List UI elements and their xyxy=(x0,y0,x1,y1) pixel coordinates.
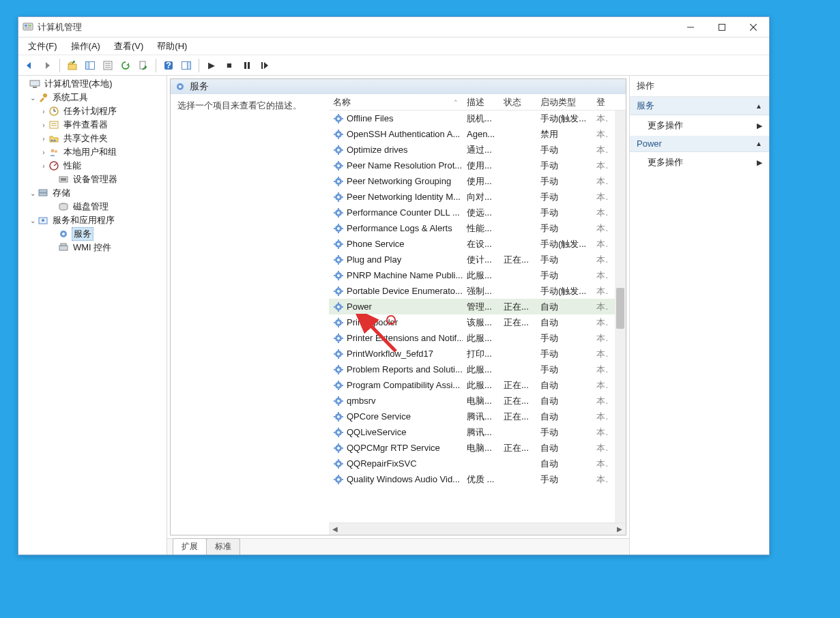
service-row[interactable]: OpenSSH Authentication A...Agen...禁用本 xyxy=(329,126,626,142)
expander-icon[interactable]: › xyxy=(39,149,48,156)
tree-pane[interactable]: 计算机管理(本地) ⌄ 系统工具 › 任务计划程序 › 事件查看器 › 共享文件… xyxy=(18,76,167,555)
horizontal-scrollbar[interactable]: ◀ ▶ xyxy=(329,523,626,535)
forward-button[interactable] xyxy=(39,57,55,74)
menu-action[interactable]: 操作(A) xyxy=(64,38,107,55)
service-row[interactable]: Performance Logs & Alerts性能...手动本 xyxy=(329,220,626,236)
maximize-button[interactable] xyxy=(706,18,738,37)
tree-services-apps[interactable]: ⌄ 服务和应用程序 xyxy=(18,214,166,227)
service-row[interactable]: PrintWorkflow_5efd17打印...手动本 xyxy=(329,346,626,362)
svg-point-118 xyxy=(337,290,340,293)
export-button[interactable] xyxy=(135,57,151,74)
svg-rect-22 xyxy=(261,62,263,69)
minimize-button[interactable] xyxy=(675,18,706,37)
service-row[interactable]: Optimize drives通过...手动本 xyxy=(329,142,626,158)
vertical-scrollbar[interactable] xyxy=(615,111,626,523)
service-row[interactable]: QQPCMgr RTP Service电脑...正在...自动本 xyxy=(329,440,626,456)
expander-icon[interactable]: ⌄ xyxy=(28,217,38,224)
action-section-services[interactable]: 服务 ▲ xyxy=(630,97,769,115)
tree-task-scheduler[interactable]: › 任务计划程序 xyxy=(18,104,166,118)
menu-help[interactable]: 帮助(H) xyxy=(150,38,194,55)
service-row[interactable]: Peer Networking Identity M...向对...手动本 xyxy=(329,189,626,205)
service-row[interactable]: Phone Service在设...手动(触发...本 xyxy=(329,236,626,252)
up-button[interactable] xyxy=(64,57,81,74)
pause-service-button[interactable] xyxy=(239,57,255,74)
service-row[interactable]: Print Spooler该服...正在...自动本 xyxy=(329,314,626,330)
svg-point-184 xyxy=(337,462,340,465)
menu-view[interactable]: 查看(V) xyxy=(107,38,150,55)
tree-wmi[interactable]: WMI 控件 xyxy=(18,241,166,254)
action-more-power[interactable]: 更多操作 ▶ xyxy=(630,152,769,173)
scrollbar-thumb[interactable] xyxy=(616,288,624,329)
expander-icon[interactable]: ⌄ xyxy=(28,94,38,102)
service-row[interactable]: qmbsrv电脑...正在...自动本 xyxy=(329,393,626,409)
cell-name: Phone Service xyxy=(329,239,463,250)
service-row[interactable]: Problem Reports and Soluti...此服...手动本 xyxy=(329,362,626,377)
expander-icon[interactable]: › xyxy=(39,135,48,143)
action-more-services[interactable]: 更多操作 ▶ xyxy=(630,115,769,136)
service-description: 选择一个项目来查看它的描述。 xyxy=(171,94,329,535)
tree-shared-folders[interactable]: › 共享文件夹 xyxy=(18,132,166,145)
tree-performance[interactable]: › 性能 xyxy=(18,159,166,173)
col-startup[interactable]: 启动类型 xyxy=(536,94,592,110)
cell-name: OpenSSH Authentication A... xyxy=(329,129,463,140)
cell-logon: 本 xyxy=(592,332,609,344)
expander-icon[interactable]: › xyxy=(39,121,48,129)
tab-extended[interactable]: 扩展 xyxy=(173,538,207,555)
tree-device-manager[interactable]: 设备管理器 xyxy=(18,173,166,186)
tree-disk-mgmt[interactable]: 磁盘管理 xyxy=(18,200,166,214)
service-row[interactable]: PNRP Machine Name Publi...此服...手动本 xyxy=(329,267,626,283)
tree-local-users[interactable]: › 本地用户和组 xyxy=(18,145,166,159)
service-row[interactable]: Offline Files脱机...手动(触发...本 xyxy=(329,111,626,126)
svg-point-166 xyxy=(337,415,340,418)
scroll-left-icon[interactable]: ◀ xyxy=(329,523,341,535)
expander-icon[interactable]: › xyxy=(39,162,48,170)
expander-icon[interactable]: ⌄ xyxy=(28,190,38,197)
service-row[interactable]: Performance Counter DLL ...使远...手动本 xyxy=(329,205,626,220)
close-button[interactable] xyxy=(738,18,769,37)
service-row[interactable]: Program Compatibility Assi...此服...正在...自… xyxy=(329,377,626,393)
show-hide-tree-button[interactable] xyxy=(82,57,98,74)
col-logon[interactable]: 登 xyxy=(592,94,609,110)
service-row[interactable]: Portable Device Enumerato...强制...手动(触发..… xyxy=(329,283,626,299)
service-row[interactable]: Quality Windows Audio Vid...优质 ...手动本 xyxy=(329,471,626,487)
refresh-button[interactable] xyxy=(117,57,134,74)
col-status[interactable]: 状态 xyxy=(499,94,536,110)
start-service-button[interactable]: ▶ xyxy=(203,57,220,74)
scroll-track[interactable] xyxy=(341,523,613,535)
svg-rect-48 xyxy=(61,244,66,246)
service-row[interactable]: QQRepairFixSVC自动本 xyxy=(329,456,626,471)
list-rows[interactable]: Offline Files脱机...手动(触发...本OpenSSH Authe… xyxy=(329,111,626,523)
service-row[interactable]: Plug and Play使计...正在...手动本 xyxy=(329,252,626,267)
stop-service-button[interactable]: ■ xyxy=(221,57,237,74)
menu-file[interactable]: 文件(F) xyxy=(21,38,64,55)
tree-storage[interactable]: ⌄ 存储 xyxy=(18,186,166,200)
service-row[interactable]: Peer Networking Grouping使用...手动本 xyxy=(329,173,626,189)
services-list[interactable]: 名称⌃ 描述 状态 启动类型 登 Offline Files脱机...手动(触发… xyxy=(329,94,626,535)
svg-rect-2 xyxy=(28,25,31,27)
service-row[interactable]: Power管理...正在...自动本 xyxy=(329,299,626,314)
tree-services[interactable]: 服务 xyxy=(18,227,166,241)
back-button[interactable] xyxy=(21,57,38,74)
tree-event-viewer[interactable]: › 事件查看器 xyxy=(18,118,166,132)
svg-point-50 xyxy=(179,85,182,88)
help-button[interactable]: ? xyxy=(160,57,177,74)
cell-desc: 使用... xyxy=(463,160,499,172)
service-row[interactable]: Printer Extensions and Notif...此服...手动本 xyxy=(329,330,626,346)
tab-standard[interactable]: 标准 xyxy=(206,538,240,555)
service-row[interactable]: Peer Name Resolution Prot...使用...手动本 xyxy=(329,158,626,173)
properties-button[interactable] xyxy=(100,57,116,74)
tree-system-tools[interactable]: ⌄ 系统工具 xyxy=(18,91,166,104)
show-hide-action-button[interactable] xyxy=(178,57,194,74)
svg-point-136 xyxy=(337,337,340,340)
action-section-power[interactable]: Power ▲ xyxy=(630,136,769,152)
annotation-circle-icon xyxy=(386,315,396,325)
service-row[interactable]: QQLiveService腾讯...手动本 xyxy=(329,424,626,440)
scroll-right-icon[interactable]: ▶ xyxy=(613,523,626,535)
device-icon xyxy=(58,174,69,185)
tree-root[interactable]: 计算机管理(本地) xyxy=(18,77,166,91)
expander-icon[interactable]: › xyxy=(39,108,48,115)
service-row[interactable]: QPCore Service腾讯...正在...自动本 xyxy=(329,409,626,424)
col-name[interactable]: 名称⌃ xyxy=(329,94,463,110)
restart-service-button[interactable] xyxy=(257,57,273,74)
col-desc[interactable]: 描述 xyxy=(463,94,499,110)
